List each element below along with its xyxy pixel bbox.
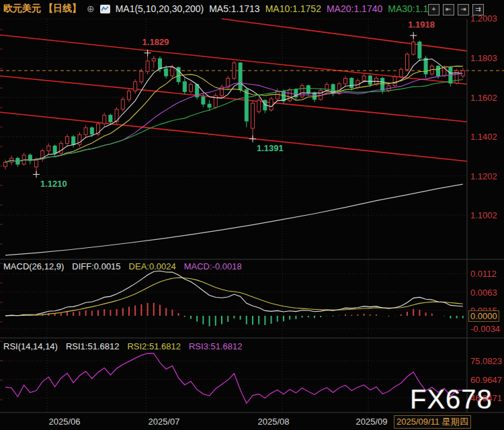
rsi-axis-label: 46.8471 [470, 393, 502, 403]
timeframe-label: 【日线】 [44, 3, 81, 13]
rsi2-value: RSI2:51.6812 [127, 341, 181, 351]
candle-body [406, 54, 409, 70]
candle-body [233, 63, 236, 79]
candle-body [239, 63, 242, 90]
candle-body [418, 42, 421, 58]
ma5-value: MA5:1.1713 [209, 3, 260, 14]
candle-body [306, 86, 310, 93]
ma-settings-label: MA1(5,10,20,30,200) [116, 3, 204, 14]
time-axis-label: 2025/06 [49, 417, 81, 427]
shift-axis-left-icon[interactable]: ⇤ [443, 4, 454, 15]
macd-hist-value: MACD:-0.0018 [184, 261, 242, 271]
macd-dea-value: DEA:0.0024 [129, 261, 176, 271]
price-axis-label: 1.1803 [470, 53, 497, 63]
price-annotation: 1.1391 [257, 143, 284, 153]
rsi-axis-label: 75.0823 [470, 356, 502, 366]
candle-body [362, 76, 366, 81]
candle-body [208, 104, 211, 108]
candle-body [257, 100, 261, 112]
chart-canvas[interactable] [0, 0, 504, 430]
candle-body [393, 77, 396, 85]
candle-body [134, 82, 137, 91]
price-annotation: 1.1210 [40, 179, 67, 189]
candle-body [109, 115, 112, 122]
macd-zero-label: 0.0000 [468, 310, 499, 322]
candle-body [140, 71, 143, 82]
price-axis-label: 1.1202 [470, 171, 497, 181]
candle-body [84, 128, 87, 135]
candle-body [183, 82, 186, 92]
candle-body [103, 115, 106, 124]
candle-body [128, 91, 131, 100]
ma10-value: MA10:1.1752 [265, 3, 321, 14]
pan-tool-icon[interactable]: + [428, 4, 439, 15]
candle-body [412, 42, 415, 54]
candle-body [152, 58, 155, 61]
candle-body [344, 79, 347, 84]
candle-body [171, 67, 174, 76]
price-annotation: 1.1829 [142, 37, 169, 47]
candle-body [159, 58, 162, 69]
candle-body [165, 69, 168, 77]
rsi1-value: RSI1:51.6812 [66, 341, 120, 351]
candle-body [190, 85, 193, 92]
symbol-period-label[interactable]: 欧元美元 【日线】 [3, 3, 81, 15]
candle-body [4, 163, 7, 167]
candle-body [437, 66, 440, 76]
candle-body [146, 61, 149, 72]
scroll-to-latest-icon[interactable]: ⇉ [472, 4, 484, 15]
candle-body [202, 97, 205, 104]
candle-body [245, 89, 248, 121]
chart-header: 欧元美元 【日线】 ⊕ MA1(5,10,20,30,200) MA5:1.17… [3, 3, 439, 15]
macd-axis-label: 0.0112 [470, 269, 497, 279]
symbol-name: 欧元美元 [3, 3, 41, 13]
candle-body [121, 99, 124, 110]
macd-axis-label: 0.0063 [470, 288, 497, 298]
time-axis-label: 2025/08 [258, 417, 290, 427]
candle-body [47, 146, 50, 150]
ma20-value: MA20:1.1740 [327, 3, 382, 14]
price-axis-label: 1.1002 [470, 210, 497, 220]
candle-body [53, 146, 56, 153]
candle-body [368, 76, 372, 85]
candle-body [251, 103, 255, 128]
price-annotation: 1.1918 [408, 19, 435, 30]
macd-axis-label: -0.0034 [470, 324, 500, 334]
price-axis-label: 1.1402 [470, 132, 497, 142]
candle-body [350, 79, 353, 88]
candle-body [381, 79, 384, 91]
fx-chart-window: FX678 欧元美元 【日线】 ⊕ MA1(5,10,20,30,200) MA… [0, 0, 504, 430]
ma30-line [5, 80, 463, 163]
rsi-settings-label: RSI(14,14,14) [3, 341, 58, 351]
macd-settings-label: MACD(26,12,9) [3, 261, 64, 271]
candle-body [66, 137, 69, 144]
shift-axis-right-icon[interactable]: ⇥ [458, 4, 469, 15]
trendline [0, 76, 467, 122]
current-date-label[interactable]: 2025/09/11 星期四 [394, 415, 471, 429]
candle-body [288, 89, 292, 101]
rsi-panel-header: RSI(14,14,14) RSI1:51.6812 RSI2:51.6812 … [3, 341, 242, 351]
circle-plus-icon[interactable]: ⊕ [87, 3, 95, 14]
candle-body [72, 137, 75, 145]
indicator-chart-icon[interactable] [100, 5, 110, 13]
candle-body [90, 128, 93, 134]
candle-body [59, 143, 62, 153]
candle-body [300, 86, 304, 97]
diff-line [5, 271, 463, 316]
rsi3-value: RSI3:51.6812 [189, 341, 243, 351]
candle-body [399, 69, 403, 77]
zigzag-glyph [101, 6, 109, 12]
price-axis-label: 1.1602 [470, 93, 497, 103]
macd-diff-value: DIFF:0.0015 [72, 261, 120, 271]
time-axis-label: 2025/07 [149, 417, 180, 427]
chart-toolbar: + ⇤ ⇥ ⇉ [428, 4, 484, 15]
ma200-line [5, 184, 463, 255]
candle-body [269, 99, 273, 110]
time-axis-label: 2025/09 [356, 417, 388, 427]
macd-panel-header: MACD(26,12,9) DIFF:0.0015 DEA:0.0024 MAC… [3, 261, 242, 271]
rsi-axis-label: 60.9647 [470, 375, 502, 385]
